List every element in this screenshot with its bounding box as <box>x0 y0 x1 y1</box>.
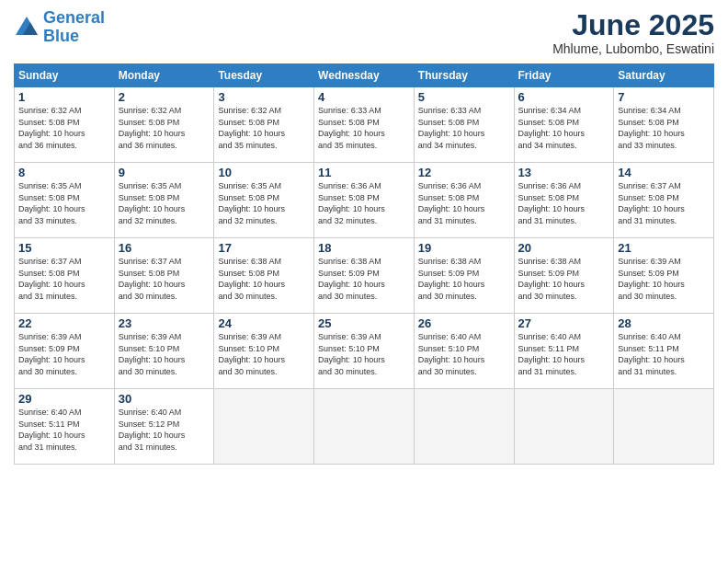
day-number: 23 <box>119 316 210 330</box>
day-info: Sunrise: 6:39 AM Sunset: 5:10 PM Dayligh… <box>318 331 410 377</box>
day-number: 22 <box>18 316 110 330</box>
calendar-day-21: 21Sunrise: 6:39 AM Sunset: 5:09 PM Dayli… <box>614 238 714 314</box>
calendar-day-2: 2Sunrise: 6:32 AM Sunset: 5:08 PM Daylig… <box>114 87 214 163</box>
day-info: Sunrise: 6:35 AM Sunset: 5:08 PM Dayligh… <box>218 180 310 226</box>
weekday-header-sunday: Sunday <box>15 64 115 87</box>
calendar-table: SundayMondayTuesdayWednesdayThursdayFrid… <box>14 63 714 465</box>
logo-general: General <box>43 8 105 27</box>
day-info: Sunrise: 6:40 AM Sunset: 5:12 PM Dayligh… <box>119 407 210 453</box>
calendar-day-7: 7Sunrise: 6:34 AM Sunset: 5:08 PM Daylig… <box>614 87 714 163</box>
calendar-day-14: 14Sunrise: 6:37 AM Sunset: 5:08 PM Dayli… <box>614 163 714 238</box>
day-info: Sunrise: 6:40 AM Sunset: 5:11 PM Dayligh… <box>618 331 710 377</box>
day-info: Sunrise: 6:32 AM Sunset: 5:08 PM Dayligh… <box>18 105 110 151</box>
calendar-day-18: 18Sunrise: 6:38 AM Sunset: 5:09 PM Dayli… <box>314 238 415 314</box>
day-number: 4 <box>318 90 410 104</box>
day-number: 28 <box>618 316 710 330</box>
calendar-day-17: 17Sunrise: 6:38 AM Sunset: 5:08 PM Dayli… <box>214 238 314 314</box>
logo: General Blue <box>14 9 105 46</box>
day-number: 20 <box>518 241 610 255</box>
calendar-day-20: 20Sunrise: 6:38 AM Sunset: 5:09 PM Dayli… <box>514 238 614 314</box>
day-info: Sunrise: 6:39 AM Sunset: 5:10 PM Dayligh… <box>119 331 210 377</box>
calendar-day-13: 13Sunrise: 6:36 AM Sunset: 5:08 PM Dayli… <box>514 163 614 238</box>
calendar-day-24: 24Sunrise: 6:39 AM Sunset: 5:10 PM Dayli… <box>214 314 314 389</box>
calendar-day-4: 4Sunrise: 6:33 AM Sunset: 5:08 PM Daylig… <box>314 87 415 163</box>
calendar-day-3: 3Sunrise: 6:32 AM Sunset: 5:08 PM Daylig… <box>214 87 314 163</box>
logo-text: General Blue <box>43 9 105 46</box>
location-title: Mhlume, Lubombo, Eswatini <box>552 41 714 56</box>
calendar-day-19: 19Sunrise: 6:38 AM Sunset: 5:09 PM Dayli… <box>414 238 514 314</box>
day-number: 29 <box>18 392 110 406</box>
calendar-day-8: 8Sunrise: 6:35 AM Sunset: 5:08 PM Daylig… <box>15 163 115 238</box>
day-info: Sunrise: 6:38 AM Sunset: 5:09 PM Dayligh… <box>518 256 610 302</box>
calendar-day-22: 22Sunrise: 6:39 AM Sunset: 5:09 PM Dayli… <box>15 314 115 389</box>
day-number: 24 <box>218 316 310 330</box>
calendar-day-25: 25Sunrise: 6:39 AM Sunset: 5:10 PM Dayli… <box>314 314 415 389</box>
calendar-week-row: 22Sunrise: 6:39 AM Sunset: 5:09 PM Dayli… <box>15 314 714 389</box>
day-info: Sunrise: 6:33 AM Sunset: 5:08 PM Dayligh… <box>418 105 510 151</box>
calendar-day-28: 28Sunrise: 6:40 AM Sunset: 5:11 PM Dayli… <box>614 314 714 389</box>
logo-blue: Blue <box>43 27 79 45</box>
logo-icon <box>14 15 40 40</box>
page: General Blue June 2025 Mhlume, Lubombo, … <box>0 0 728 563</box>
weekday-header-thursday: Thursday <box>414 64 514 87</box>
day-number: 18 <box>318 241 410 255</box>
day-number: 14 <box>618 166 710 179</box>
day-info: Sunrise: 6:40 AM Sunset: 5:11 PM Dayligh… <box>518 331 610 377</box>
calendar-day-9: 9Sunrise: 6:35 AM Sunset: 5:08 PM Daylig… <box>114 163 214 238</box>
day-number: 27 <box>518 316 610 330</box>
day-info: Sunrise: 6:35 AM Sunset: 5:08 PM Dayligh… <box>119 180 210 226</box>
day-number: 25 <box>318 316 410 330</box>
day-info: Sunrise: 6:37 AM Sunset: 5:08 PM Dayligh… <box>119 256 210 302</box>
day-number: 26 <box>418 316 510 330</box>
calendar-day-1: 1Sunrise: 6:32 AM Sunset: 5:08 PM Daylig… <box>15 87 115 163</box>
calendar-day-12: 12Sunrise: 6:36 AM Sunset: 5:08 PM Dayli… <box>414 163 514 238</box>
day-info: Sunrise: 6:34 AM Sunset: 5:08 PM Dayligh… <box>618 105 710 151</box>
calendar-day-30: 30Sunrise: 6:40 AM Sunset: 5:12 PM Dayli… <box>114 389 214 465</box>
day-number: 17 <box>218 241 310 255</box>
calendar-day-16: 16Sunrise: 6:37 AM Sunset: 5:08 PM Dayli… <box>114 238 214 314</box>
calendar-day-11: 11Sunrise: 6:36 AM Sunset: 5:08 PM Dayli… <box>314 163 415 238</box>
day-number: 5 <box>418 90 510 104</box>
calendar-day-29: 29Sunrise: 6:40 AM Sunset: 5:11 PM Dayli… <box>15 389 115 465</box>
day-info: Sunrise: 6:38 AM Sunset: 5:09 PM Dayligh… <box>318 256 410 302</box>
weekday-header-wednesday: Wednesday <box>314 64 415 87</box>
day-info: Sunrise: 6:39 AM Sunset: 5:10 PM Dayligh… <box>218 331 310 377</box>
weekday-header-friday: Friday <box>514 64 614 87</box>
calendar-day-23: 23Sunrise: 6:39 AM Sunset: 5:10 PM Dayli… <box>114 314 214 389</box>
calendar-day-27: 27Sunrise: 6:40 AM Sunset: 5:11 PM Dayli… <box>514 314 614 389</box>
day-number: 13 <box>518 166 610 179</box>
day-info: Sunrise: 6:32 AM Sunset: 5:08 PM Dayligh… <box>119 105 210 151</box>
day-info: Sunrise: 6:32 AM Sunset: 5:08 PM Dayligh… <box>218 105 310 151</box>
month-title: June 2025 <box>552 9 714 41</box>
day-number: 19 <box>418 241 510 255</box>
day-number: 7 <box>618 90 710 104</box>
day-info: Sunrise: 6:37 AM Sunset: 5:08 PM Dayligh… <box>618 180 710 226</box>
calendar-header: SundayMondayTuesdayWednesdayThursdayFrid… <box>15 64 714 87</box>
day-info: Sunrise: 6:40 AM Sunset: 5:11 PM Dayligh… <box>18 407 110 453</box>
day-info: Sunrise: 6:38 AM Sunset: 5:08 PM Dayligh… <box>218 256 310 302</box>
calendar-body: 1Sunrise: 6:32 AM Sunset: 5:08 PM Daylig… <box>15 87 714 465</box>
day-info: Sunrise: 6:35 AM Sunset: 5:08 PM Dayligh… <box>18 180 110 226</box>
day-number: 3 <box>218 90 310 104</box>
day-number: 21 <box>618 241 710 255</box>
header: General Blue June 2025 Mhlume, Lubombo, … <box>14 9 714 56</box>
day-number: 15 <box>18 241 110 255</box>
day-number: 30 <box>119 392 210 406</box>
day-number: 11 <box>318 166 410 179</box>
day-info: Sunrise: 6:40 AM Sunset: 5:10 PM Dayligh… <box>418 331 510 377</box>
calendar-day-empty <box>514 389 614 465</box>
calendar-week-row: 29Sunrise: 6:40 AM Sunset: 5:11 PM Dayli… <box>15 389 714 465</box>
calendar-week-row: 8Sunrise: 6:35 AM Sunset: 5:08 PM Daylig… <box>15 163 714 238</box>
day-number: 8 <box>18 166 110 179</box>
calendar-day-10: 10Sunrise: 6:35 AM Sunset: 5:08 PM Dayli… <box>214 163 314 238</box>
calendar-day-5: 5Sunrise: 6:33 AM Sunset: 5:08 PM Daylig… <box>414 87 514 163</box>
title-block: June 2025 Mhlume, Lubombo, Eswatini <box>552 9 714 56</box>
day-number: 10 <box>218 166 310 179</box>
weekday-header-monday: Monday <box>114 64 214 87</box>
day-number: 12 <box>418 166 510 179</box>
weekday-header-tuesday: Tuesday <box>214 64 314 87</box>
calendar-week-row: 1Sunrise: 6:32 AM Sunset: 5:08 PM Daylig… <box>15 87 714 163</box>
day-number: 2 <box>119 90 210 104</box>
weekday-header-saturday: Saturday <box>614 64 714 87</box>
day-info: Sunrise: 6:36 AM Sunset: 5:08 PM Dayligh… <box>418 180 510 226</box>
